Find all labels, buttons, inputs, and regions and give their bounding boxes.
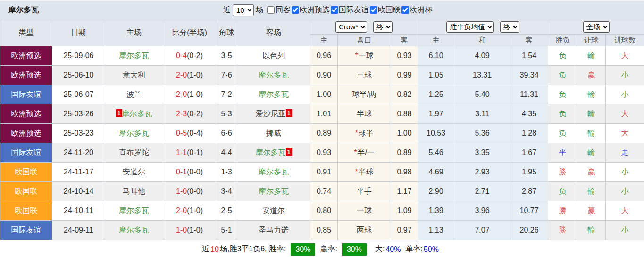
corners-cell: 2-5 <box>216 201 237 221</box>
fulltime-score: 1-1 <box>176 148 187 156</box>
red-card-badge: 1 <box>116 109 122 117</box>
corners-cell: 7-2 <box>216 85 237 104</box>
filter-label: 国际友谊 <box>339 5 369 15</box>
filter-item: 欧洲预选 <box>291 5 330 15</box>
avg-lose-odds: 39.34 <box>510 66 548 85</box>
avg-win-odds: 1.97 <box>418 104 454 124</box>
odds-away: 0.93 <box>391 46 418 66</box>
halftime-score: (0-1) <box>187 148 203 156</box>
fulltime-score: 2-3 <box>176 110 187 118</box>
goals-result: 大 <box>606 201 644 221</box>
col-header-away: 客场 <box>237 19 310 46</box>
filter-item: 欧国联 <box>369 5 401 15</box>
avg-lose-odds: 11.31 <box>510 85 548 104</box>
odds-home: 0.90 <box>310 66 338 85</box>
near-label: 近 <box>223 5 231 15</box>
avg-draw-odds: 13.31 <box>454 66 510 85</box>
avg-draw-odds: 2.93 <box>454 163 510 182</box>
odds-away: 0.97 <box>391 221 418 240</box>
winloss-result: 勝 <box>548 163 577 182</box>
handicap-result: 赢 <box>577 201 606 221</box>
handicap-result: 輸 <box>577 143 606 163</box>
handicap-line: 球半/两 <box>352 90 376 98</box>
home-team-name: 摩尔多瓦 <box>119 129 149 137</box>
avg-draw-odds: 3.35 <box>454 143 510 163</box>
subheader-odds-away: 客 <box>391 35 418 46</box>
table-row: 国际友谊25-06-07波兰2-0(1-0)7-2摩尔多瓦1.00球半/两0.8… <box>0 85 644 104</box>
corners-cell: 5-1 <box>216 221 237 240</box>
handicap-line-cell: 球半/两 <box>338 85 391 104</box>
match-type-badge: 国际友谊 <box>0 143 52 163</box>
away-team-cell: 以色列 <box>237 46 310 66</box>
single-rate: 50% <box>424 245 439 254</box>
handicap-line-cell: *球半 <box>338 124 391 143</box>
winloss-result: 勝 <box>548 201 577 221</box>
col-header-score: 比分(半场) <box>163 19 216 46</box>
match-date: 24-10-11 <box>52 201 105 221</box>
home-team-cell: 1摩尔多瓦 <box>105 104 163 124</box>
home-team-cell: 波兰 <box>105 85 163 104</box>
score-cell: 1-0(0-0) <box>163 182 216 201</box>
handicap-result: 赢 <box>577 163 606 182</box>
result-group: 全场 <box>548 19 644 35</box>
odds-away: 0.82 <box>391 85 418 104</box>
avg-lose-odds: 1.54 <box>510 46 548 66</box>
handicap-line: 一球 <box>359 52 374 60</box>
period-select[interactable]: 全场 <box>583 21 610 33</box>
home-team-cell: 摩尔多瓦 <box>105 221 163 240</box>
score-cell: 2-0(1-0) <box>163 66 216 85</box>
win-rate-badge: 30% <box>291 243 315 256</box>
bookmaker-select[interactable]: Crow* <box>335 21 367 33</box>
avg-lose-odds: 1.28 <box>510 124 548 143</box>
winloss-result: 负 <box>548 85 577 104</box>
same-venue-checkbox[interactable] <box>267 6 275 14</box>
single-label: 单率: <box>405 244 422 254</box>
big-rate: 40% <box>385 245 401 254</box>
home-team-cell: 马耳他 <box>105 182 163 201</box>
handicap-line-cell: 三球 <box>338 66 391 85</box>
handicap-line: 半球 <box>357 110 372 118</box>
filter-item: 国际友谊 <box>330 5 369 15</box>
same-venue-label: 同客 <box>276 5 291 15</box>
filter-checkbox-1[interactable] <box>331 6 338 14</box>
table-row: 欧洲预选25-03-23摩尔多瓦0-5(0-4)6-6挪威0.89*球半1.00… <box>0 124 644 143</box>
away-team-cell: 摩尔多瓦 <box>237 182 310 201</box>
handicap-line-cell: 两球 <box>338 221 391 240</box>
avg-win-odds: 6.10 <box>418 46 454 66</box>
handicap-line-cell: 平手 <box>338 182 391 201</box>
match-count-select[interactable]: 10 <box>233 4 254 16</box>
col-header-date: 日期 <box>52 19 105 46</box>
home-team-name: 直布罗陀 <box>119 148 149 156</box>
handicap-time-select[interactable]: 终 <box>373 21 393 33</box>
match-date: 25-09-06 <box>52 46 105 66</box>
halftime-score: (1-0) <box>187 226 203 234</box>
table-row: 国际友谊24-11-20直布罗陀1-1(0-1)4-4摩尔多瓦10.93*半/一… <box>0 143 644 163</box>
halftime-score: (1-0) <box>187 90 203 98</box>
star-icon: * <box>354 148 357 156</box>
home-team-cell: 摩尔多瓦 <box>105 46 163 66</box>
away-team-name: 摩尔多瓦 <box>256 148 286 156</box>
avg-time-select[interactable]: 终 <box>500 21 519 33</box>
subheader-handicap-result: 让球 <box>577 35 606 46</box>
winloss-result: 勝 <box>548 221 577 240</box>
score-cell: 2-3(0-2) <box>163 104 216 124</box>
match-stats-panel: 摩尔多瓦 近 10 场 同客 欧洲预选国际友谊欧国联欧洲杯 类型 日期 主场 比… <box>0 0 644 259</box>
handicap-line: 球半 <box>359 129 374 137</box>
filter-checkbox-2[interactable] <box>370 6 377 14</box>
avg-odds-select[interactable]: 胜平负均值 <box>446 21 494 33</box>
home-team-cell: 直布罗陀 <box>105 143 163 163</box>
home-team-cell: 意大利 <box>105 66 163 85</box>
filter-checkbox-3[interactable] <box>401 6 409 14</box>
score-cell: 2-0(1-0) <box>163 201 216 221</box>
handicap-line-cell: *半/一 <box>338 143 391 163</box>
handicap-line: 半/一 <box>357 148 374 156</box>
summary-near: 近 <box>202 244 209 254</box>
red-card-badge: 1 <box>286 148 292 156</box>
away-team-cell: 摩尔多瓦1 <box>237 143 310 163</box>
halftime-score: (0-2) <box>187 52 203 60</box>
avg-lose-odds: 10.77 <box>510 201 548 221</box>
handicap-line-cell: 一球 <box>338 201 391 221</box>
filter-checkbox-0[interactable] <box>292 6 299 14</box>
avg-win-odds: 1.25 <box>418 85 454 104</box>
match-date: 25-03-26 <box>52 104 105 124</box>
